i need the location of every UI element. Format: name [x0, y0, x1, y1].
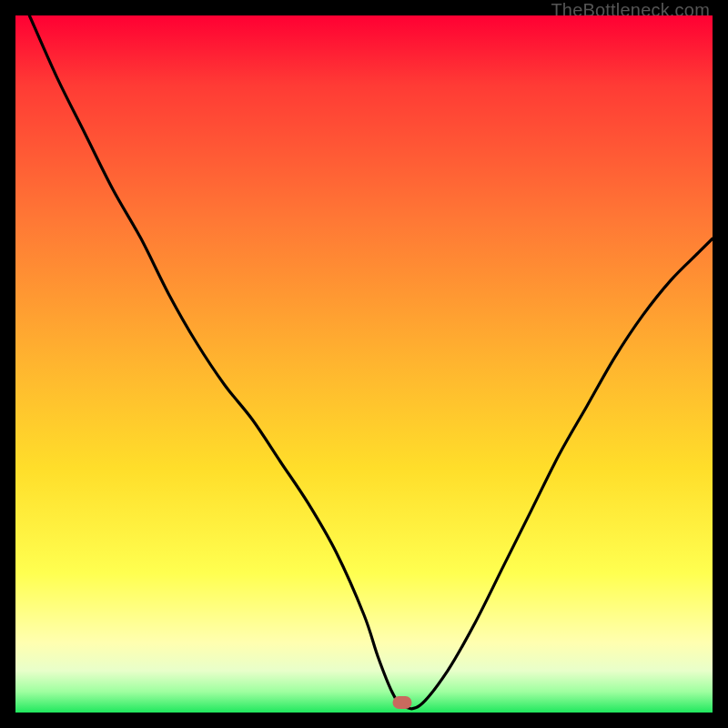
chart-frame: TheBottleneck.com — [0, 0, 728, 728]
plot-area — [15, 15, 713, 713]
optimum-marker — [393, 696, 412, 709]
bottleneck-curve — [15, 15, 713, 713]
